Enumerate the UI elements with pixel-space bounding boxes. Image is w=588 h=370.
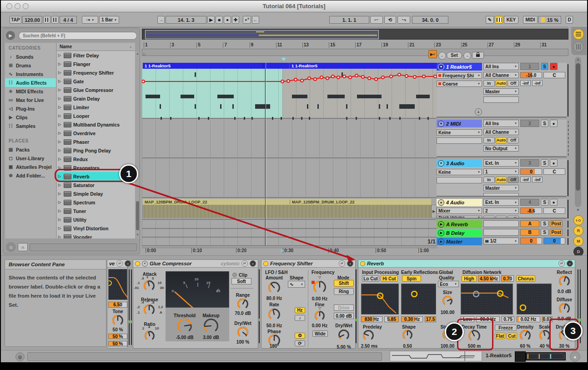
phase-toggle[interactable]: Φ <box>295 333 305 339</box>
input-type-chooser[interactable]: All Ins▼ <box>483 120 519 127</box>
input-q-value[interactable]: 5.85 <box>384 316 399 322</box>
reenable-automation-button[interactable]: ∘° <box>243 16 251 24</box>
scrollbar-thumb[interactable] <box>576 63 580 191</box>
fold-track-icon[interactable]: ▶ <box>438 221 444 228</box>
arm-button[interactable]: ● <box>550 120 558 127</box>
crossfade-chooser[interactable]: ▮▮1/2▼ <box>483 238 519 244</box>
monitor-auto-button[interactable]: Auto <box>496 137 507 143</box>
scrub-area[interactable]: ▷ <box>142 49 568 56</box>
device-on-icon[interactable] <box>263 261 268 266</box>
drywet-value[interactable]: 100 % <box>236 340 249 345</box>
tone-value[interactable]: 50 % <box>113 327 123 332</box>
device-on-icon[interactable] <box>135 261 140 266</box>
midi-clip-lane[interactable] <box>142 69 437 119</box>
loop-length-display[interactable]: 34. 0. 0 <box>412 16 448 24</box>
loop-marker-icon[interactable] <box>281 58 286 61</box>
hot-swap-icon[interactable]: ⇄ <box>241 260 248 267</box>
beat-time-ruler[interactable]: 135791113151719212325272931 <box>144 42 567 48</box>
preview-volume-bar[interactable] <box>30 243 137 251</box>
disclosure-triangle-icon[interactable]: ▷ <box>58 79 62 83</box>
density-knob[interactable] <box>519 329 531 341</box>
low-gain-value[interactable]: 0.75 <box>502 316 514 322</box>
spin-freq-value[interactable]: 0.30 Hz <box>401 316 423 322</box>
follow-button[interactable]: → <box>157 16 165 24</box>
scrollbar-thumb[interactable] <box>136 201 139 230</box>
key-map-button[interactable]: KEY <box>504 16 518 24</box>
frequency-knob[interactable] <box>313 280 327 294</box>
flat-toggle[interactable]: Flat <box>495 333 505 339</box>
input-type-chooser[interactable]: All Ins▼ <box>483 63 519 70</box>
freeze-toggle[interactable]: Freeze <box>495 324 517 331</box>
browser-item[interactable]: ▷ Redux <box>57 155 135 163</box>
input-type-chooser[interactable]: Ext. In▼ <box>483 159 519 167</box>
input-channel-chooser[interactable]: 2▼ <box>483 208 519 214</box>
rate-value[interactable]: 50.0 Hz <box>266 323 282 328</box>
monitor-auto-button[interactable]: Auto <box>496 177 507 183</box>
browser-item[interactable]: ▷ Limiter <box>57 103 135 112</box>
ratio-knob[interactable] <box>144 330 155 341</box>
disclosure-triangle-icon[interactable]: ▷ <box>58 114 62 118</box>
track-volume[interactable]: 0 <box>520 168 542 175</box>
lfo-shape-chooser[interactable]: ∿▼ <box>288 281 305 288</box>
show-hide-device-view-button[interactable]: ▲ <box>570 351 580 362</box>
disclosure-triangle-icon[interactable]: ▷ <box>58 183 62 187</box>
previous-locator-button[interactable]: ← <box>438 52 446 60</box>
arm-button[interactable]: ● <box>550 159 558 167</box>
category-item[interactable]: ♪ Sounds <box>5 52 56 61</box>
browser-item[interactable]: ▷ Looper <box>57 112 135 120</box>
device-chain-thumbnail[interactable] <box>515 351 526 362</box>
drywet-knob[interactable] <box>338 329 350 341</box>
back-to-arrangement-indicator[interactable]: ▶≡ <box>428 50 437 58</box>
browser-item[interactable]: ▷ Multiband Dynamics <box>57 120 135 129</box>
disclosure-triangle-icon[interactable]: ▷ <box>58 53 62 57</box>
punch-in-button[interactable]: ⌐· <box>370 16 383 24</box>
output-chooser[interactable]: Master▼ <box>483 88 519 95</box>
track-pan[interactable]: C <box>543 72 565 78</box>
high-shelf-toggle[interactable]: High <box>462 275 477 282</box>
browser-item[interactable]: ▷ Spectrum <box>57 198 135 207</box>
disclosure-triangle-icon[interactable]: ▷ <box>58 88 62 92</box>
monitor-in-button[interactable]: In <box>483 137 495 143</box>
arm-button[interactable]: ● <box>550 199 558 206</box>
set-locator-button[interactable]: Set <box>447 52 462 59</box>
diffuse-knob[interactable] <box>558 303 570 314</box>
unfold-track-icon[interactable]: ▼ <box>438 199 444 206</box>
search-input[interactable] <box>19 32 137 40</box>
loop-start-display[interactable]: 1. 1. 1 <box>329 16 369 24</box>
drywet-value[interactable]: 50 % <box>108 341 127 346</box>
tap-tempo-button[interactable]: TAP <box>10 16 21 24</box>
unfold-track-icon[interactable]: ▼ <box>438 121 444 127</box>
input-filter-display[interactable] <box>361 284 399 314</box>
return-a-name[interactable]: ▶A Reverb <box>437 220 482 228</box>
filter-display[interactable] <box>108 269 127 300</box>
automation-envelope[interactable] <box>142 69 437 118</box>
predelay-knob[interactable] <box>362 329 374 341</box>
input-channel-chooser[interactable]: All Channe▼ <box>483 129 519 135</box>
hot-swap-icon[interactable]: ⇄ <box>558 260 565 267</box>
place-item[interactable]: ▤ Packs <box>5 145 56 154</box>
device-frequency-shifter[interactable]: Frequency Shifter ⇄▪ LFO / S&H Amount 80… <box>261 259 356 349</box>
device-overdrive-partial[interactable]: ve⇄▪ 6.50 Tone 50 % 50 % 50 % <box>107 259 128 349</box>
range-knob[interactable] <box>237 298 249 310</box>
disclosure-triangle-icon[interactable]: ▷ <box>58 96 62 101</box>
track-lane-midi[interactable] <box>142 120 437 158</box>
overdub-button[interactable]: ✚ <box>232 16 239 24</box>
return-track-a-header[interactable]: ▶A Reverb A S Post <box>437 220 567 228</box>
nudge-up-button[interactable] <box>51 16 59 24</box>
category-item[interactable]: ◁ Plug-Ins <box>5 104 56 113</box>
chorus-toggle[interactable]: Chorus <box>516 275 535 282</box>
track-header-4[interactable]: ▼4 Audio Mixer▼ Track Volume▼ Ext. In▼ 2… <box>437 199 567 219</box>
mode-shift-button[interactable]: Shift <box>334 280 354 287</box>
disclosure-triangle-icon[interactable]: ▷ <box>58 148 62 152</box>
device-chain-overview[interactable] <box>526 352 566 360</box>
size-value[interactable]: 100.00 <box>441 310 455 315</box>
disclosure-triangle-icon[interactable]: ▷ <box>58 131 62 135</box>
size-knob[interactable] <box>442 295 453 306</box>
makeup-knob[interactable] <box>203 318 219 334</box>
device-glue-compressor[interactable]: ▼ Glue Compressor cytomic ⇄▪ Attack .313… <box>133 259 258 349</box>
unfold-track-icon[interactable]: ▼ <box>438 160 444 167</box>
io-section-toggle[interactable]: I·O <box>573 215 583 225</box>
chorus-rate-value[interactable]: 0.02 Hz <box>517 316 540 322</box>
master-volume[interactable]: 0 <box>520 238 542 244</box>
fold-track-icon[interactable]: ▶ <box>438 230 444 236</box>
